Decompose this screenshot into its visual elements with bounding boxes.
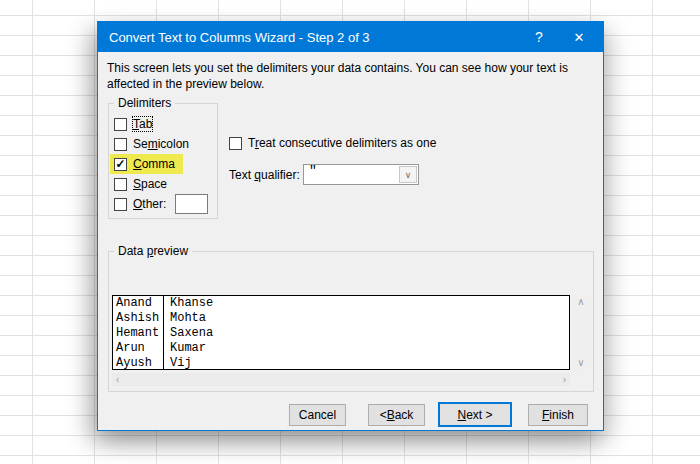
- other-checkbox-box[interactable]: [114, 198, 127, 211]
- tab-checkbox-box[interactable]: [114, 118, 127, 131]
- data-preview-groupbox: Data preview Anand Ashish Hemant Arun Ay…: [108, 251, 594, 392]
- data-preview-group-label: Data preview: [114, 244, 192, 258]
- preview-cell: Ashish: [116, 311, 163, 326]
- text-qualifier-label: Text qualifier:: [229, 168, 300, 182]
- checkbox-treat-consecutive[interactable]: Treat consecutive delimiters as one: [229, 136, 436, 150]
- chevron-down-icon[interactable]: ∨: [399, 166, 417, 183]
- preview-cell: Hemant: [116, 326, 163, 341]
- checkbox-space[interactable]: Space: [110, 174, 175, 194]
- cancel-button[interactable]: Cancel: [289, 404, 346, 426]
- preview-cell: Vij: [170, 356, 213, 370]
- comma-checkbox-label: Comma: [133, 157, 175, 171]
- comma-checkbox-box[interactable]: ✓: [114, 158, 127, 171]
- finish-button[interactable]: Finish: [528, 404, 588, 426]
- preview-vertical-scrollbar[interactable]: ∧ ∨: [573, 295, 589, 370]
- text-to-columns-wizard-dialog: Convert Text to Columns Wizard - Step 2 …: [97, 21, 604, 431]
- dialog-title: Convert Text to Columns Wizard - Step 2 …: [98, 30, 519, 45]
- other-delimiter-input[interactable]: [175, 194, 208, 214]
- help-icon[interactable]: ?: [519, 22, 559, 52]
- delimiter-options: Tab Semicolon ✓ Comma Space Other:: [110, 114, 216, 214]
- other-checkbox-label: Other:: [133, 197, 166, 211]
- excel-worksheet-background: { "window": { "title": "Convert Text to …: [0, 0, 700, 464]
- checkbox-other[interactable]: Other:: [110, 194, 216, 214]
- delimiters-groupbox: Delimiters Tab Semicolon ✓ Comma Space O…: [108, 103, 218, 219]
- space-checkbox-label: Space: [133, 177, 167, 191]
- checkbox-comma[interactable]: ✓ Comma: [110, 154, 183, 174]
- scroll-left-icon[interactable]: ‹: [116, 375, 119, 385]
- text-qualifier-value: ": [309, 165, 317, 177]
- preview-horizontal-scrollbar[interactable]: ‹ ›: [112, 373, 570, 386]
- preview-column-first-names: Anand Ashish Hemant Arun Ayush: [113, 296, 164, 369]
- close-icon[interactable]: ✕: [559, 22, 599, 52]
- semicolon-checkbox-box[interactable]: [114, 138, 127, 151]
- scroll-right-icon[interactable]: ›: [563, 375, 566, 385]
- checkbox-semicolon[interactable]: Semicolon: [110, 134, 197, 154]
- tab-checkbox-label: Tab: [133, 117, 152, 131]
- next-button[interactable]: Next >: [438, 402, 512, 427]
- treat-consecutive-checkbox-box[interactable]: [229, 137, 242, 150]
- preview-cell: Saxena: [170, 326, 213, 341]
- space-checkbox-box[interactable]: [114, 178, 127, 191]
- preview-column-last-names: Khanse Mohta Saxena Kumar Vij: [164, 296, 213, 369]
- scroll-down-icon[interactable]: ∨: [577, 358, 584, 368]
- preview-cell: Arun: [116, 341, 163, 356]
- preview-cell: Kumar: [170, 341, 213, 356]
- dialog-description: This screen lets you set the delimiters …: [107, 60, 598, 92]
- checkbox-tab[interactable]: Tab: [110, 114, 160, 134]
- scroll-up-icon[interactable]: ∧: [577, 297, 584, 307]
- data-preview-table: Anand Ashish Hemant Arun Ayush Khanse Mo…: [112, 295, 570, 370]
- back-button[interactable]: < Back: [368, 404, 425, 426]
- preview-cell: Ayush: [116, 356, 163, 370]
- semicolon-checkbox-label: Semicolon: [133, 137, 189, 151]
- preview-cell: Khanse: [170, 296, 213, 311]
- delimiters-group-label: Delimiters: [114, 96, 175, 110]
- preview-cell: Anand: [116, 296, 163, 311]
- text-qualifier-dropdown[interactable]: " ∨: [303, 164, 419, 185]
- dialog-titlebar[interactable]: Convert Text to Columns Wizard - Step 2 …: [98, 22, 603, 52]
- preview-cell: Mohta: [170, 311, 213, 326]
- treat-consecutive-label: Treat consecutive delimiters as one: [248, 136, 436, 150]
